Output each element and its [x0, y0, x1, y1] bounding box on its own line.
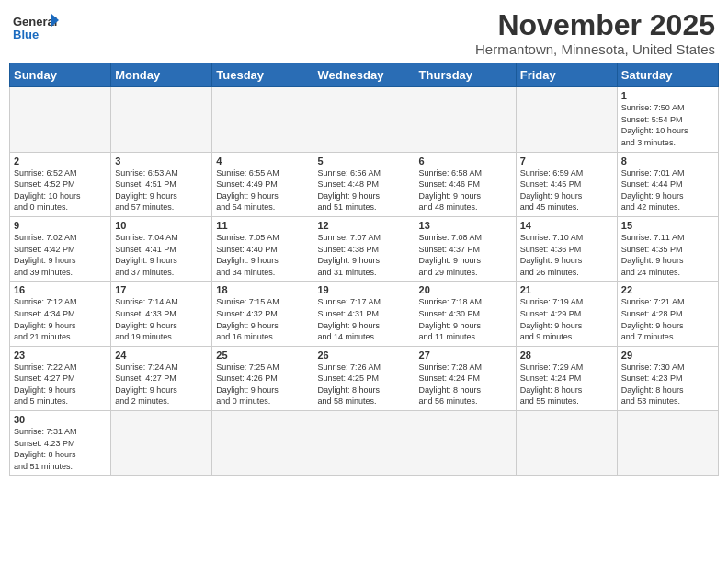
calendar-day-cell [313, 87, 415, 152]
calendar-day-header: Saturday [617, 63, 718, 87]
day-number: 7 [520, 155, 613, 167]
day-info: Sunrise: 7:31 AM Sunset: 4:23 PM Dayligh… [14, 426, 107, 472]
logo-icon: General Blue [13, 9, 59, 46]
day-number: 3 [115, 155, 208, 167]
calendar-week-row: 9Sunrise: 7:02 AM Sunset: 4:42 PM Daylig… [10, 216, 719, 281]
calendar-day-cell: 8Sunrise: 7:01 AM Sunset: 4:44 PM Daylig… [617, 152, 718, 216]
month-title: November 2025 [475, 9, 715, 41]
calendar-day-header: Monday [111, 63, 212, 87]
calendar-day-cell: 4Sunrise: 6:55 AM Sunset: 4:49 PM Daylig… [212, 152, 313, 216]
calendar-week-row: 16Sunrise: 7:12 AM Sunset: 4:34 PM Dayli… [10, 282, 719, 346]
calendar-day-cell: 15Sunrise: 7:11 AM Sunset: 4:35 PM Dayli… [617, 216, 718, 281]
calendar-day-cell: 26Sunrise: 7:26 AM Sunset: 4:25 PM Dayli… [313, 346, 415, 410]
day-info: Sunrise: 6:53 AM Sunset: 4:51 PM Dayligh… [115, 167, 208, 213]
calendar-day-header: Sunday [10, 63, 111, 87]
calendar-day-header: Friday [516, 63, 617, 87]
day-number: 30 [14, 414, 107, 425]
calendar-day-cell: 16Sunrise: 7:12 AM Sunset: 4:34 PM Dayli… [10, 282, 111, 346]
calendar-day-cell: 14Sunrise: 7:10 AM Sunset: 4:36 PM Dayli… [516, 216, 617, 281]
day-info: Sunrise: 7:05 AM Sunset: 4:40 PM Dayligh… [216, 232, 309, 278]
day-number: 6 [419, 155, 512, 167]
calendar-body: 1Sunrise: 7:50 AM Sunset: 5:54 PM Daylig… [10, 87, 719, 476]
calendar-day-cell [313, 411, 415, 476]
day-info: Sunrise: 7:18 AM Sunset: 4:30 PM Dayligh… [419, 296, 512, 342]
calendar-day-cell: 6Sunrise: 6:58 AM Sunset: 4:46 PM Daylig… [415, 152, 516, 216]
svg-text:General: General [13, 15, 57, 29]
day-info: Sunrise: 7:02 AM Sunset: 4:42 PM Dayligh… [14, 232, 107, 278]
calendar-day-cell [516, 411, 617, 476]
day-number: 25 [216, 350, 309, 361]
day-number: 26 [317, 350, 410, 361]
calendar-day-cell: 20Sunrise: 7:18 AM Sunset: 4:30 PM Dayli… [415, 282, 516, 346]
calendar-day-cell: 28Sunrise: 7:29 AM Sunset: 4:24 PM Dayli… [516, 346, 617, 410]
calendar-day-cell: 17Sunrise: 7:14 AM Sunset: 4:33 PM Dayli… [111, 282, 212, 346]
calendar-day-cell: 30Sunrise: 7:31 AM Sunset: 4:23 PM Dayli… [10, 411, 111, 476]
calendar-day-cell: 21Sunrise: 7:19 AM Sunset: 4:29 PM Dayli… [516, 282, 617, 346]
day-number: 2 [14, 155, 107, 167]
location-title: Hermantown, Minnesota, United States [475, 41, 715, 57]
day-info: Sunrise: 7:50 AM Sunset: 5:54 PM Dayligh… [621, 102, 714, 148]
calendar-day-cell: 23Sunrise: 7:22 AM Sunset: 4:27 PM Dayli… [10, 346, 111, 410]
day-info: Sunrise: 7:14 AM Sunset: 4:33 PM Dayligh… [115, 296, 208, 342]
calendar-day-cell: 5Sunrise: 6:56 AM Sunset: 4:48 PM Daylig… [313, 152, 415, 216]
day-number: 13 [419, 220, 512, 231]
day-info: Sunrise: 6:56 AM Sunset: 4:48 PM Dayligh… [317, 167, 410, 213]
day-info: Sunrise: 7:08 AM Sunset: 4:37 PM Dayligh… [419, 232, 512, 278]
calendar-day-cell: 22Sunrise: 7:21 AM Sunset: 4:28 PM Dayli… [617, 282, 718, 346]
day-info: Sunrise: 7:11 AM Sunset: 4:35 PM Dayligh… [621, 232, 714, 278]
calendar-day-cell: 2Sunrise: 6:52 AM Sunset: 4:52 PM Daylig… [10, 152, 111, 216]
day-number: 29 [621, 350, 714, 361]
day-number: 17 [115, 284, 208, 295]
day-number: 8 [621, 155, 714, 167]
day-info: Sunrise: 7:07 AM Sunset: 4:38 PM Dayligh… [317, 232, 410, 278]
day-number: 9 [14, 220, 107, 231]
calendar-day-cell [415, 87, 516, 152]
calendar-day-cell [212, 87, 313, 152]
calendar-day-cell: 9Sunrise: 7:02 AM Sunset: 4:42 PM Daylig… [10, 216, 111, 281]
day-info: Sunrise: 6:55 AM Sunset: 4:49 PM Dayligh… [216, 167, 309, 213]
day-number: 14 [520, 220, 613, 231]
day-info: Sunrise: 7:28 AM Sunset: 4:24 PM Dayligh… [419, 362, 512, 408]
calendar-day-header: Tuesday [212, 63, 313, 87]
day-info: Sunrise: 7:26 AM Sunset: 4:25 PM Dayligh… [317, 362, 410, 408]
calendar-day-cell [10, 87, 111, 152]
title-block: November 2025 Hermantown, Minnesota, Uni… [475, 9, 715, 57]
day-info: Sunrise: 7:15 AM Sunset: 4:32 PM Dayligh… [216, 296, 309, 342]
calendar-table: SundayMondayTuesdayWednesdayThursdayFrid… [9, 63, 719, 476]
calendar-day-cell: 12Sunrise: 7:07 AM Sunset: 4:38 PM Dayli… [313, 216, 415, 281]
day-number: 5 [317, 155, 410, 167]
calendar-week-row: 23Sunrise: 7:22 AM Sunset: 4:27 PM Dayli… [10, 346, 719, 410]
day-number: 4 [216, 155, 309, 167]
day-number: 21 [520, 284, 613, 295]
day-info: Sunrise: 6:58 AM Sunset: 4:46 PM Dayligh… [419, 167, 512, 213]
calendar-day-cell: 11Sunrise: 7:05 AM Sunset: 4:40 PM Dayli… [212, 216, 313, 281]
calendar-day-cell: 24Sunrise: 7:24 AM Sunset: 4:27 PM Dayli… [111, 346, 212, 410]
calendar-day-cell [415, 411, 516, 476]
day-number: 19 [317, 284, 410, 295]
calendar-day-cell: 3Sunrise: 6:53 AM Sunset: 4:51 PM Daylig… [111, 152, 212, 216]
day-number: 22 [621, 284, 714, 295]
calendar-day-cell: 7Sunrise: 6:59 AM Sunset: 4:45 PM Daylig… [516, 152, 617, 216]
calendar-day-cell: 10Sunrise: 7:04 AM Sunset: 4:41 PM Dayli… [111, 216, 212, 281]
day-info: Sunrise: 7:12 AM Sunset: 4:34 PM Dayligh… [14, 296, 107, 342]
day-number: 24 [115, 350, 208, 361]
calendar-day-cell: 29Sunrise: 7:30 AM Sunset: 4:23 PM Dayli… [617, 346, 718, 410]
day-info: Sunrise: 7:24 AM Sunset: 4:27 PM Dayligh… [115, 362, 208, 408]
day-number: 18 [216, 284, 309, 295]
day-info: Sunrise: 7:22 AM Sunset: 4:27 PM Dayligh… [14, 362, 107, 408]
logo: General Blue [13, 9, 59, 46]
calendar-day-cell: 27Sunrise: 7:28 AM Sunset: 4:24 PM Dayli… [415, 346, 516, 410]
day-number: 28 [520, 350, 613, 361]
day-number: 16 [14, 284, 107, 295]
calendar-header-row: SundayMondayTuesdayWednesdayThursdayFrid… [10, 63, 719, 87]
calendar-week-row: 30Sunrise: 7:31 AM Sunset: 4:23 PM Dayli… [10, 411, 719, 476]
day-info: Sunrise: 7:30 AM Sunset: 4:23 PM Dayligh… [621, 362, 714, 408]
day-number: 27 [419, 350, 512, 361]
day-number: 15 [621, 220, 714, 231]
calendar-week-row: 2Sunrise: 6:52 AM Sunset: 4:52 PM Daylig… [10, 152, 719, 216]
day-info: Sunrise: 7:19 AM Sunset: 4:29 PM Dayligh… [520, 296, 613, 342]
calendar-day-cell: 25Sunrise: 7:25 AM Sunset: 4:26 PM Dayli… [212, 346, 313, 410]
calendar-day-cell: 19Sunrise: 7:17 AM Sunset: 4:31 PM Dayli… [313, 282, 415, 346]
calendar-day-cell: 1Sunrise: 7:50 AM Sunset: 5:54 PM Daylig… [617, 87, 718, 152]
day-info: Sunrise: 7:21 AM Sunset: 4:28 PM Dayligh… [621, 296, 714, 342]
